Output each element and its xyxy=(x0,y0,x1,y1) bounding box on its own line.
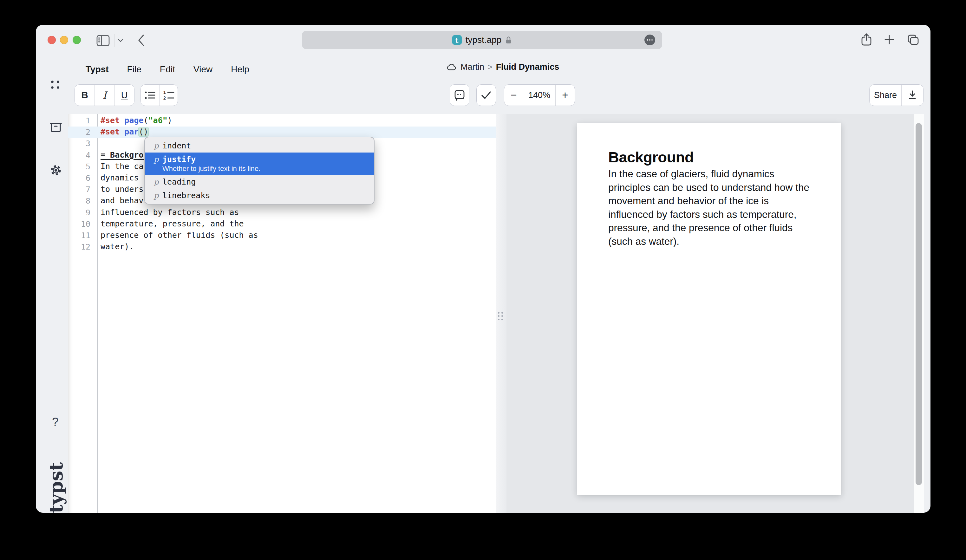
chevron-down-icon[interactable] xyxy=(118,39,123,42)
autocomplete-popup: pindentpjustifyWhether to justify text i… xyxy=(144,137,375,205)
preview-paragraph: In the case of glaciers, fluid dynamicsp… xyxy=(608,167,818,248)
line-number: 9 xyxy=(68,208,90,217)
code-line-10[interactable]: 10temperature, pressure, and the xyxy=(68,218,496,230)
bullet-list-icon xyxy=(144,90,156,100)
code-line-2[interactable]: 2#set par() xyxy=(68,126,496,138)
fullscreen-window-button[interactable] xyxy=(72,36,81,44)
code-line-text: #set page("a6") xyxy=(100,116,172,125)
svg-text:2: 2 xyxy=(163,95,166,100)
autocomplete-item-leading[interactable]: pleading xyxy=(145,175,374,189)
download-icon xyxy=(908,90,917,100)
parameter-icon: p xyxy=(154,191,163,200)
address-bar[interactable]: t typst.app xyxy=(302,31,662,49)
numbered-list-button[interactable]: 1 2 xyxy=(159,85,177,105)
breadcrumb-separator: > xyxy=(488,62,493,72)
zoom-out-button[interactable]: − xyxy=(504,85,523,105)
download-button[interactable] xyxy=(901,85,923,105)
code-line-text: temperature, pressure, and the xyxy=(100,219,244,228)
breadcrumb-workspace[interactable]: Martin xyxy=(460,62,484,72)
code-line-11[interactable]: 11presence of other fluids (such as xyxy=(68,230,496,241)
line-number: 4 xyxy=(68,151,90,160)
autocomplete-description: Whether to justify text in its line. xyxy=(163,164,374,173)
line-number: 5 xyxy=(68,162,90,171)
code-line-1[interactable]: 1#set page("a6") xyxy=(68,115,496,126)
typst-favicon: t xyxy=(452,35,462,45)
preview-text-line: movement and behavior of the ice is xyxy=(608,194,818,208)
typst-logo: typst xyxy=(45,456,66,513)
sidebar-toggle-icon[interactable] xyxy=(96,34,110,47)
menu-bar: TypstFileEditViewHelp xyxy=(85,64,249,74)
checkmark-icon xyxy=(481,91,491,99)
preview-page: Background In the case of glaciers, flui… xyxy=(577,123,841,495)
breadcrumb-document-title[interactable]: Fluid Dynamics xyxy=(496,62,559,72)
file-box-icon[interactable] xyxy=(49,121,62,134)
line-number: 6 xyxy=(68,174,90,183)
code-line-text: #set par() xyxy=(100,127,148,136)
tab-overview-icon[interactable] xyxy=(906,34,919,46)
preview-text-line: influenced by factors such as temperatur… xyxy=(608,208,818,221)
menu-item-view[interactable]: View xyxy=(194,64,212,74)
line-number: 10 xyxy=(68,219,90,228)
line-number: 8 xyxy=(68,196,90,205)
divider-drag-handle[interactable] xyxy=(497,311,504,321)
lock-icon xyxy=(505,36,512,44)
share-button[interactable]: Share xyxy=(869,85,901,105)
autocomplete-item-linebreaks[interactable]: plinebreaks xyxy=(145,189,374,202)
url-text: typst.app xyxy=(465,35,502,45)
preview-text-line: In the case of glaciers, fluid dynamics xyxy=(608,167,818,181)
parameter-icon: p xyxy=(154,141,163,150)
code-line-text: water). xyxy=(100,242,134,251)
spellcheck-button[interactable] xyxy=(476,85,496,105)
autocomplete-item-justify[interactable]: pjustifyWhether to justify text in its l… xyxy=(145,153,374,175)
autocomplete-label: indent xyxy=(163,141,191,150)
help-icon[interactable]: ? xyxy=(52,415,59,429)
minimize-window-button[interactable] xyxy=(60,36,68,44)
gear-icon[interactable] xyxy=(49,164,62,177)
code-line-text: presence of other fluids (such as xyxy=(100,230,258,240)
browser-window: t typst.app TypstFileEditViewHelp Martin… xyxy=(36,25,930,513)
parameter-icon: p xyxy=(154,155,163,164)
line-number: 11 xyxy=(68,231,90,240)
zoom-level-value: 140% xyxy=(523,85,555,105)
browser-share-icon[interactable] xyxy=(861,33,872,47)
zoom-in-button[interactable]: + xyxy=(555,85,575,105)
line-number: 3 xyxy=(68,139,90,148)
close-window-button[interactable] xyxy=(48,36,56,44)
code-line-9[interactable]: 9influenced by factors such as xyxy=(68,207,496,218)
numbered-list-icon: 1 2 xyxy=(163,90,174,100)
menu-item-edit[interactable]: Edit xyxy=(160,64,175,74)
autocomplete-label: justify xyxy=(163,155,196,164)
preview-text-line: pressure, and the presence of other flui… xyxy=(608,221,818,235)
italic-button[interactable]: I xyxy=(95,85,114,105)
preview-scrollbar-track[interactable] xyxy=(914,114,924,513)
page-settings-button[interactable] xyxy=(644,34,655,45)
comments-button[interactable] xyxy=(450,85,469,105)
breadcrumb: Martin > Fluid Dynamics xyxy=(446,62,559,72)
line-number: 2 xyxy=(68,128,90,137)
line-number: 7 xyxy=(68,185,90,194)
bullet-list-button[interactable] xyxy=(141,85,159,105)
preview-scrollbar-thumb[interactable] xyxy=(915,123,922,485)
line-number: 1 xyxy=(68,116,90,125)
autocomplete-item-indent[interactable]: pindent xyxy=(145,139,374,153)
menu-item-help[interactable]: Help xyxy=(231,64,249,74)
grid-dots-icon[interactable] xyxy=(49,79,61,91)
menu-item-file[interactable]: File xyxy=(127,64,141,74)
line-number: 12 xyxy=(68,242,90,251)
comment-bubble-icon xyxy=(454,89,465,101)
bold-button[interactable]: B xyxy=(75,85,95,105)
preview-heading: Background xyxy=(608,148,693,166)
new-tab-icon[interactable] xyxy=(884,34,895,45)
cloud-icon xyxy=(446,63,457,71)
svg-text:1: 1 xyxy=(163,90,166,95)
code-line-12[interactable]: 12water). xyxy=(68,241,496,253)
back-button[interactable] xyxy=(137,34,145,46)
preview-pane: Background In the case of glaciers, flui… xyxy=(506,114,914,513)
underline-button[interactable]: U xyxy=(115,85,134,105)
code-line-text: influenced by factors such as xyxy=(100,208,239,217)
preview-text-line: (such as water). xyxy=(608,235,818,248)
autocomplete-label: leading xyxy=(163,177,196,186)
parameter-icon: p xyxy=(154,177,163,186)
menu-item-typst[interactable]: Typst xyxy=(85,64,109,74)
autocomplete-label: linebreaks xyxy=(163,191,210,200)
